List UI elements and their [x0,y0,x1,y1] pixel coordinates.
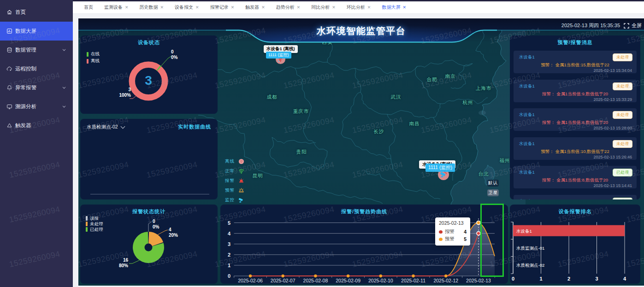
sidebar-item-2[interactable]: 数据管理 [0,41,73,59]
tab-9[interactable]: 数据大屏✕ [382,4,406,11]
fullscreen-button[interactable]: 全屏 [624,22,642,29]
cloud-icon [6,66,12,72]
map-layer-satellite-button[interactable]: 卫星 [487,189,499,196]
sidebar-item-6[interactable]: 触发器 [0,116,73,135]
sidebar: 首页数据大屏数据管理远程控制异常报警溯源分析触发器 [0,0,73,287]
map-legend: 离线正常报警预警监控 [225,157,244,205]
marker-label-device2[interactable]: 1111 (监控) [425,164,455,172]
close-icon[interactable]: ✕ [367,6,371,10]
svg-text:2025-02-11: 2025-02-11 [401,278,425,283]
message-time: 2025-02-13 15:33:29 [593,97,632,102]
svg-text:4: 4 [228,231,231,236]
donut-label-online: 00% [171,49,177,60]
alarm-light-yellow-icon [238,187,244,193]
close-icon[interactable]: ✕ [332,6,336,10]
sidebar-item-4[interactable]: 异常报警 [0,78,73,97]
tab-label: 触发器 [245,4,259,11]
chevron-down-icon [63,104,66,107]
tab-6[interactable]: 趋势分析✕ [276,4,301,11]
sidebar-item-1[interactable]: 数据大屏 [0,22,73,41]
svg-text:2: 2 [228,252,230,258]
sidebar-item-0[interactable]: 首页 [0,3,73,22]
panel-title-realtime: 实时数据曲线 [178,123,211,130]
sidebar-item-5[interactable]: 溯源分析 [0,97,73,116]
device-total-count: 3 [145,73,152,88]
database-icon [6,47,12,53]
panel-device-rank: 设备报警排名 01234水设备1水质监测点-01水质检测点-02 [510,205,640,284]
message-text: 报警： 金属1当前值:8,数值低于20 [514,120,637,126]
marker-label-device1[interactable]: 1111 (监控) [266,52,291,59]
rank-bar-chart[interactable]: 01234水设备1水质监测点-01水质检测点-02 [510,205,640,284]
message-device-name: 水设备1 [519,83,535,89]
map-legend-item: 监控 [225,195,244,205]
message-card[interactable]: 水设备1已处理报警： 金属1当前值:8,数值低于202025-02-13 15:… [514,166,637,188]
alarm-stats-pie-chart[interactable] [80,205,218,284]
message-card[interactable]: 水设备1已处理 [514,195,637,199]
camera-icon [238,197,244,203]
donut-label-offline: 3100% [109,87,131,98]
svg-text:2025-02-07: 2025-02-07 [271,278,295,283]
trend-tooltip-date: 2025-02-13 [439,220,467,226]
map-city-label: 合肥 [427,76,437,83]
offline-dot-icon [238,158,244,164]
close-icon[interactable]: ✕ [402,6,406,10]
svg-text:0: 0 [228,273,230,279]
map-city-label: 成都 [267,94,278,100]
message-status-badge: 已处理 [613,198,632,199]
tab-8[interactable]: 环比分析✕ [347,4,371,11]
tab-label: 设备报文 [175,4,193,11]
message-card[interactable]: 水设备1未处理报警： 金属1当前值:9,数值低于202025-02-13 15:… [514,80,637,102]
tab-2[interactable]: 历史数据✕ [140,4,164,11]
close-icon[interactable]: ✕ [160,6,164,10]
svg-text:2025-02-09: 2025-02-09 [336,278,360,283]
tab-0[interactable]: 首页 [84,4,93,11]
panel-trend-chart: 报警/预警趋势曲线 0123452025-02-062025-02-072025… [220,205,508,284]
message-text: 报警： 金属1当前值:8,数值低于20 [514,177,637,183]
message-card[interactable]: 水设备1未处理预警： 金属1当前值:10,数值低于222025-02-13 15… [514,137,637,160]
tab-5[interactable]: 触发器✕ [245,4,265,11]
sidebar-item-3[interactable]: 远程控制 [0,59,73,78]
map-city-label: 重庆市 [293,108,309,115]
map-layer-default-button[interactable]: 默认 [487,180,499,187]
close-icon[interactable]: ✕ [297,6,301,10]
sidebar-item-label: 首页 [15,9,26,16]
alarm-light-red-icon [238,178,244,184]
close-icon[interactable]: ✕ [231,6,235,10]
sidebar-item-label: 数据管理 [15,47,36,53]
message-device-name: 水设备1 [519,141,535,147]
station-select[interactable]: 水质检测点-02 [87,124,124,130]
tab-label: 同比分析 [311,4,330,11]
tab-4[interactable]: 报警记录✕ [210,4,235,11]
home-icon [6,9,12,15]
panel-realtime-curve: 水质检测点-02 实时数据曲线 [80,119,218,199]
close-icon[interactable]: ✕ [261,6,265,10]
map-legend-item: 预警 [225,186,244,195]
svg-text:1: 1 [228,263,230,268]
message-card[interactable]: 水设备1未处理预警： 金属1当前值:15,数值低于222025-02-13 15… [514,51,637,73]
message-status-badge: 未处理 [613,111,632,119]
tab-7[interactable]: 同比分析✕ [311,4,336,11]
panel-title-messages: 预警/报警消息 [510,39,640,46]
tab-label: 首页 [84,4,93,11]
fullscreen-label: 全屏 [632,22,642,29]
message-card[interactable]: 水设备1未处理报警： 金属1当前值:8,数值低于202025-02-13 15:… [514,108,637,131]
map-city-label: 南昌 [409,121,420,127]
map-city-label: 南京 [445,73,456,80]
sidebar-item-label: 数据大屏 [15,28,36,35]
monitor-icon [6,104,12,110]
close-icon[interactable]: ✕ [195,6,199,10]
svg-text:水质检测点-02: 水质检测点-02 [516,263,544,268]
tab-1[interactable]: 监测设备✕ [104,4,129,11]
close-icon[interactable]: ✕ [125,6,129,10]
message-text: 预警： 金属1当前值:15,数值低于22 [514,62,637,68]
tab-3[interactable]: 设备报文✕ [175,4,199,11]
tab-bar: 首页监测设备✕历史数据✕设备报文✕报警记录✕触发器✕趋势分析✕同比分析✕环比分析… [73,1,644,14]
svg-text:2025-02-10: 2025-02-10 [368,278,393,283]
panel-alert-messages: 预警/报警消息 水设备1未处理预警： 金属1当前值:15,数值低于222025-… [510,35,640,199]
map-city-label: 武汉 [391,94,402,100]
chevron-down-icon [120,124,125,129]
pie-label-false-alarm: 00% [153,219,159,230]
dashboard-icon [6,28,12,34]
svg-text:3: 3 [228,241,230,247]
panel-alarm-stats: 报警状态统计 误报未处理已处理 00% 420% 1680% [80,205,218,284]
